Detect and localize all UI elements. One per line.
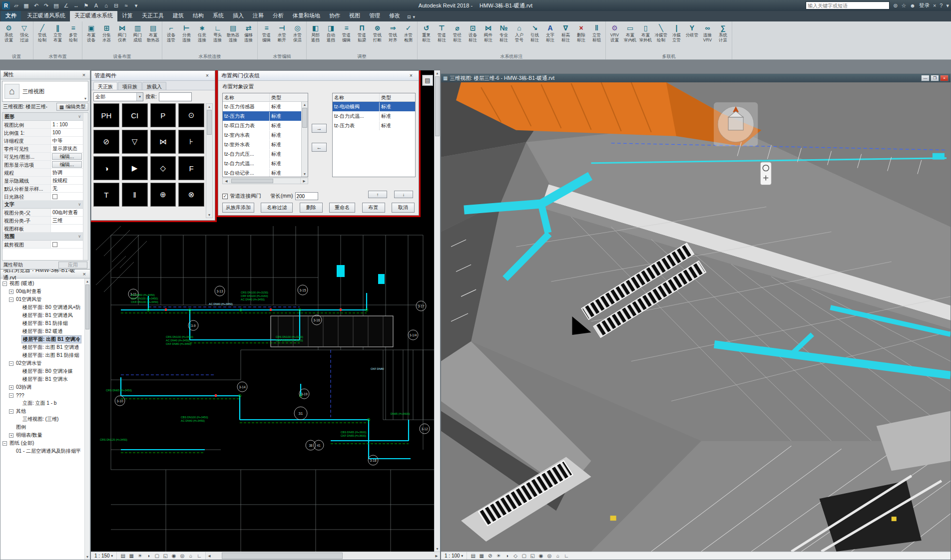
property-value[interactable] bbox=[51, 193, 83, 200]
ribbon-button[interactable]: ‖立管 标组 bbox=[589, 22, 604, 53]
property-section-header[interactable]: 文字∨ bbox=[2, 201, 83, 209]
three-d-canvas[interactable] bbox=[441, 82, 951, 552]
three-d-view-titlebar[interactable]: ▦ 三维视图: 楼层三维-6 - HMW-3栋-B1-暖通.rvt — ❒ × bbox=[441, 74, 951, 82]
tree-item[interactable]: 楼层平面: 出图 B1 防排烟 bbox=[0, 351, 84, 359]
ribbon-collapse-icon[interactable]: ▾ bbox=[413, 14, 416, 19]
dim-icon[interactable]: ↔ bbox=[72, 1, 80, 9]
ribbon-tab-3[interactable]: 计算 bbox=[117, 10, 137, 21]
ribbon-button[interactable]: ▣布置 设备 bbox=[83, 22, 99, 53]
sheet-size-icon[interactable]: ▤ bbox=[469, 553, 477, 559]
close-button[interactable]: × bbox=[940, 75, 949, 81]
ribbon-tab-10[interactable]: 分析 bbox=[268, 10, 288, 21]
apply-button[interactable]: 应用 bbox=[58, 262, 87, 269]
scroll-down-icon[interactable]: ▼ bbox=[85, 554, 90, 560]
property-value[interactable]: 1 : 100 bbox=[51, 121, 83, 128]
scroll-up-icon[interactable]: ▲ bbox=[302, 102, 308, 107]
ribbon-button[interactable]: ∑系统 计算 bbox=[715, 22, 731, 53]
checkbox[interactable] bbox=[52, 242, 57, 247]
property-value[interactable]: 显示原状态 bbox=[51, 145, 83, 152]
modify-extra-icon[interactable]: ⊟ bbox=[407, 14, 411, 19]
save-icon[interactable]: ▦ bbox=[22, 1, 30, 9]
ribbon-button[interactable]: ⊤管道 标注 bbox=[434, 22, 450, 53]
tree-item[interactable]: 楼层平面: 出图 B1 空调通 bbox=[0, 343, 84, 351]
open-icon[interactable]: ▱ bbox=[12, 1, 20, 9]
tree-item[interactable]: 01 - 二层空调通风及防排烟平 bbox=[0, 447, 84, 455]
ribbon-tab-9[interactable]: 注释 bbox=[248, 10, 268, 21]
ribbon-button[interactable]: ≡管道 编辑 bbox=[339, 22, 354, 53]
properties-close-icon[interactable]: × bbox=[80, 72, 87, 78]
ribbon-button[interactable]: |冷媒 立管 bbox=[669, 22, 684, 53]
ribbon-button[interactable]: ∟弯头 连接 bbox=[210, 22, 225, 53]
tag-icon[interactable]: ⚑ bbox=[82, 1, 90, 9]
ribbon-button[interactable]: ≡管道 编辑 bbox=[259, 22, 274, 53]
dialog-tab[interactable]: 天正族 bbox=[93, 82, 117, 90]
ribbon-button[interactable]: ◨自动 遮挡 bbox=[323, 22, 339, 53]
scroll-up-icon[interactable]: ▲ bbox=[85, 279, 90, 284]
ribbon-button[interactable]: ▭布置 室内机 bbox=[622, 22, 638, 53]
ribbon-tab-15[interactable]: 修改 bbox=[385, 10, 405, 21]
checkbox[interactable] bbox=[52, 194, 57, 199]
table-row[interactable]: tz-压力传感器标准 bbox=[223, 102, 301, 111]
tree-item[interactable]: −其他 bbox=[0, 407, 84, 415]
sun-path-icon[interactable]: ☀ bbox=[494, 553, 502, 559]
ribbon-button[interactable]: ⋈阀件 标注 bbox=[480, 22, 496, 53]
show-model-icon[interactable]: ▦ bbox=[477, 553, 485, 559]
table-hscrollbar[interactable]: ◀ ▶ bbox=[222, 178, 308, 184]
constraints-icon[interactable]: ∟ bbox=[195, 553, 203, 559]
ribbon-button[interactable]: ▯布置 室外机 bbox=[638, 22, 653, 53]
property-value[interactable] bbox=[51, 241, 83, 248]
valve-symbol-ci-valve[interactable]: CI bbox=[122, 103, 148, 127]
dialog-tab[interactable]: 项目族 bbox=[118, 82, 142, 90]
column-header-name[interactable]: 名称 bbox=[333, 93, 380, 101]
scroll-up-icon[interactable]: ▲ bbox=[435, 70, 440, 76]
property-value[interactable]: 按规程 bbox=[51, 177, 83, 184]
scroll-down-icon[interactable]: ▼ bbox=[302, 171, 308, 177]
scale-button[interactable]: 1 : 100 ▾ bbox=[441, 552, 467, 560]
tree-item[interactable]: 楼层平面: B0 空调冷媒 bbox=[0, 367, 84, 375]
tree-item[interactable]: 图例 bbox=[0, 423, 84, 431]
dropdown-icon[interactable]: ▾ bbox=[132, 1, 140, 9]
ribbon-button[interactable]: Π管道 贴梁 bbox=[354, 22, 370, 53]
tree-expander[interactable]: + bbox=[9, 385, 13, 390]
ribbon-button[interactable]: ⊡设备 标注 bbox=[465, 22, 480, 53]
ribbon-button[interactable]: ⊞分集 水器 bbox=[99, 22, 114, 53]
valve-symbol-pressure-gauge[interactable]: ⊙ bbox=[178, 103, 204, 127]
dialog-button-1[interactable]: 从族库添加 bbox=[222, 203, 254, 213]
ribbon-button[interactable]: ↺重复 标注 bbox=[419, 22, 434, 53]
property-value[interactable] bbox=[51, 225, 83, 232]
tree-item[interactable]: 三维视图: (三维) bbox=[0, 415, 84, 423]
scale-button[interactable]: 1 : 150 ▾ bbox=[91, 552, 117, 560]
dialog-close-icon[interactable]: × bbox=[203, 72, 212, 79]
star-icon[interactable]: ☆ bbox=[901, 2, 906, 9]
tree-expander[interactable]: − bbox=[9, 409, 13, 414]
table-row[interactable]: tz-自力式温...标准 bbox=[333, 111, 415, 121]
tree-item[interactable]: 楼层平面: B2 暖通 bbox=[0, 327, 84, 335]
ribbon-button[interactable]: ⌐设备 连管 bbox=[163, 22, 179, 53]
minimize-button[interactable]: — bbox=[921, 75, 930, 81]
ribbon-button[interactable]: ∇标高 标注 bbox=[558, 22, 573, 53]
maximize-button[interactable]: ❒ bbox=[931, 75, 939, 81]
table-row[interactable]: tz-双口压力表标准 bbox=[223, 121, 301, 130]
properties-help-link[interactable]: 属性帮助 bbox=[3, 262, 23, 269]
tree-item[interactable]: 楼层平面: B0 空调通风+防 bbox=[0, 303, 84, 311]
tree-item[interactable]: 楼层平面: B1 防排烟 bbox=[0, 319, 84, 327]
move-left-button[interactable]: ← bbox=[312, 143, 327, 152]
undo-icon[interactable]: ↶ bbox=[32, 1, 40, 9]
move-down-button[interactable]: ↓ bbox=[394, 191, 413, 198]
tree-expander[interactable]: + bbox=[9, 433, 13, 438]
property-value[interactable]: 100 bbox=[51, 129, 83, 136]
tree-item[interactable]: −视图 (暖通) bbox=[0, 280, 84, 287]
ribbon-button[interactable]: ◎水管 保温 bbox=[290, 22, 305, 53]
tree-item[interactable]: +03协调 bbox=[0, 383, 84, 391]
ribbon-tab-6[interactable]: 结构 bbox=[188, 10, 208, 21]
crop-view-icon[interactable]: ▢ bbox=[153, 553, 161, 559]
shadows-icon[interactable]: ◑ bbox=[144, 553, 152, 559]
tree-item[interactable]: +00临时查看 bbox=[0, 287, 84, 295]
ribbon-tab-4[interactable]: 天正工具 bbox=[137, 10, 168, 21]
hide-isolate-icon[interactable]: ◉ bbox=[537, 553, 545, 559]
dropdown-icon[interactable]: ▾ bbox=[946, 2, 949, 9]
ribbon-button[interactable]: ▤布置 散热器 bbox=[145, 22, 161, 53]
ribbon-button[interactable]: ⊣水管 断开 bbox=[274, 22, 290, 53]
ribbon-button[interactable]: ∞连接 VRV bbox=[700, 22, 715, 53]
table-row[interactable]: tz-自动记录...标准 bbox=[223, 168, 301, 177]
